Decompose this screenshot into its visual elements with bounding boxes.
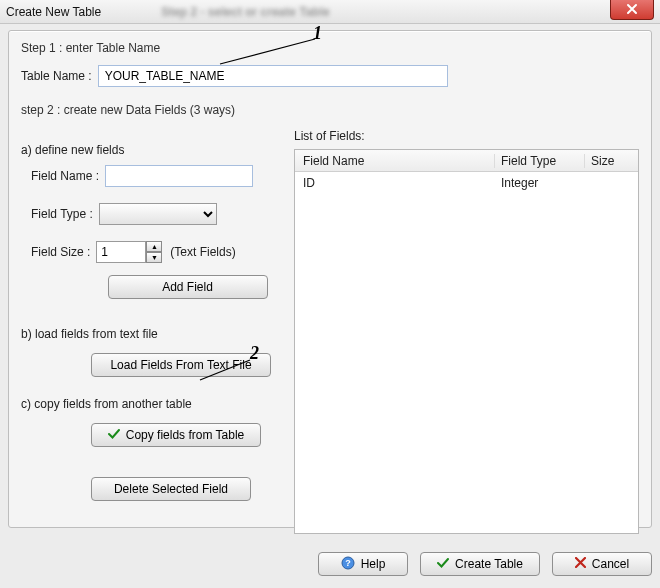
help-button[interactable]: ? Help	[318, 552, 408, 576]
copy-fields-row: Copy fields from Table	[31, 423, 284, 447]
help-icon: ?	[341, 556, 355, 573]
cancel-label: Cancel	[592, 557, 629, 571]
create-table-label: Create Table	[455, 557, 523, 571]
col-header-type[interactable]: Field Type	[495, 154, 585, 168]
cell-field-name: ID	[295, 176, 495, 190]
section-c-heading: c) copy fields from another table	[21, 397, 284, 411]
copy-fields-label: Copy fields from Table	[126, 428, 245, 442]
field-name-row: Field Name :	[31, 165, 284, 187]
field-size-hint: (Text Fields)	[170, 245, 235, 259]
table-name-input[interactable]	[98, 65, 448, 87]
copy-fields-button[interactable]: Copy fields from Table	[91, 423, 261, 447]
field-size-label: Field Size :	[31, 245, 90, 259]
delete-field-row: Delete Selected Field	[31, 477, 284, 501]
titlebar: Create New Table Step 2 - select or crea…	[0, 0, 660, 24]
check-icon	[108, 428, 120, 443]
step1-heading: Step 1 : enter Table Name	[21, 41, 639, 55]
field-size-input[interactable]	[96, 241, 146, 263]
fields-list[interactable]: Field Name Field Type Size ID Integer	[294, 149, 639, 534]
fields-list-heading: List of Fields:	[294, 129, 639, 143]
close-button[interactable]	[610, 0, 654, 20]
dialog-panel: Step 1 : enter Table Name Table Name : s…	[8, 30, 652, 528]
spin-up-icon: ▲	[151, 243, 158, 250]
table-name-label: Table Name :	[21, 69, 92, 83]
field-size-down[interactable]: ▼	[146, 252, 162, 263]
load-fields-button[interactable]: Load Fields From Text File	[91, 353, 271, 377]
cancel-button[interactable]: Cancel	[552, 552, 652, 576]
background-window-text: Step 2 - select or create Table	[161, 5, 330, 19]
col-header-name[interactable]: Field Name	[295, 154, 495, 168]
close-icon	[626, 3, 638, 15]
field-size-up[interactable]: ▲	[146, 241, 162, 252]
dialog-button-bar: ? Help Create Table Cancel	[8, 552, 652, 576]
help-label: Help	[361, 557, 386, 571]
field-size-row: Field Size : ▲ ▼ (Text Fields)	[31, 241, 284, 263]
field-name-input[interactable]	[105, 165, 253, 187]
spin-down-icon: ▼	[151, 254, 158, 261]
check-icon	[437, 557, 449, 572]
load-fields-row: Load Fields From Text File	[31, 353, 284, 377]
window-title: Create New Table	[6, 5, 101, 19]
left-column: a) define new fields Field Name : Field …	[21, 129, 284, 534]
col-header-size[interactable]: Size	[585, 154, 638, 168]
field-type-row: Field Type :	[31, 203, 284, 225]
field-type-select[interactable]	[99, 203, 217, 225]
add-field-row: Add Field	[31, 275, 284, 299]
table-name-row: Table Name :	[21, 65, 639, 87]
fields-list-header: Field Name Field Type Size	[295, 150, 638, 172]
step2-heading: step 2 : create new Data Fields (3 ways)	[21, 103, 639, 117]
field-type-label: Field Type :	[31, 207, 93, 221]
cell-field-type: Integer	[495, 176, 585, 190]
svg-text:?: ?	[345, 558, 351, 568]
table-row[interactable]: ID Integer	[295, 172, 638, 194]
delete-field-button[interactable]: Delete Selected Field	[91, 477, 251, 501]
section-b-heading: b) load fields from text file	[21, 327, 284, 341]
create-table-button[interactable]: Create Table	[420, 552, 540, 576]
step2-body: a) define new fields Field Name : Field …	[21, 129, 639, 534]
add-field-button[interactable]: Add Field	[108, 275, 268, 299]
section-a-heading: a) define new fields	[21, 143, 284, 157]
cross-icon	[575, 557, 586, 571]
field-name-label: Field Name :	[31, 169, 99, 183]
right-column: List of Fields: Field Name Field Type Si…	[294, 129, 639, 534]
